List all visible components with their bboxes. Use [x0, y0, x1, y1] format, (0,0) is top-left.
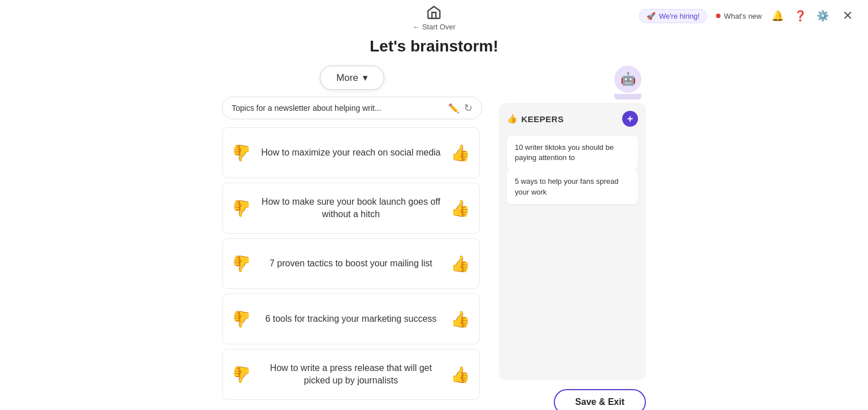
keeper-item: 10 writer tiktoks you should be paying a…	[507, 136, 638, 170]
thumbs-up-button[interactable]: 👍	[448, 363, 472, 386]
thumbs-up-button[interactable]: 👍	[448, 197, 472, 220]
card-item: 👎 How to maximize your reach on social m…	[222, 127, 480, 178]
refresh-icon[interactable]: ↻	[464, 102, 472, 114]
home-icon[interactable]	[426, 5, 442, 20]
start-over-label: Start Over	[422, 23, 455, 31]
add-keeper-button[interactable]: +	[622, 111, 638, 127]
top-nav: ← Start Over 🚀 We're hiring! What's new …	[0, 0, 868, 32]
card-text: How to make sure your book launch goes o…	[259, 196, 442, 221]
settings-icon[interactable]: ⚙️	[816, 9, 830, 23]
chevron-down-icon: ▾	[363, 72, 368, 84]
save-exit-button[interactable]: Save & Exit	[554, 389, 646, 410]
hiring-badge[interactable]: 🚀 We're hiring!	[639, 9, 707, 23]
page-title: Let's brainstorm!	[370, 37, 498, 55]
bell-icon[interactable]: 🔔	[771, 9, 784, 23]
hiring-label: We're hiring!	[659, 12, 700, 20]
thumbs-up-button[interactable]: 👍	[448, 308, 472, 331]
thumbs-down-button[interactable]: 👎	[229, 308, 254, 331]
thumbs-down-button[interactable]: 👎	[229, 252, 254, 275]
thumbs-down-button[interactable]: 👎	[229, 197, 254, 220]
whats-new-badge[interactable]: What's new	[716, 12, 762, 20]
card-item: 👎 How to make sure your book launch goes…	[222, 183, 480, 234]
help-icon[interactable]: ❓	[793, 9, 807, 23]
avatar-face: 🤖	[614, 66, 641, 93]
whats-new-label: What's new	[724, 12, 762, 20]
card-text: How to maximize your reach on social med…	[259, 146, 442, 159]
avatar-cluster: 🤖	[614, 66, 641, 100]
close-button[interactable]: ✕	[839, 7, 857, 25]
keeper-items: 10 writer tiktoks you should be paying a…	[507, 136, 638, 204]
thumbs-down-button[interactable]: 👎	[229, 363, 254, 386]
main-content: Let's brainstorm! More ▾ ✏️ ↻ 👎 How to	[0, 32, 868, 410]
cards-list: 👎 How to maximize your reach on social m…	[222, 127, 482, 404]
thumbs-up-button[interactable]: 👍	[448, 252, 472, 275]
keepers-header: 👍 KEEPERS +	[507, 111, 638, 127]
search-bar: ✏️ ↻	[222, 97, 482, 119]
card-text: How to write a press release that will g…	[259, 362, 442, 387]
brainstorm-column: More ▾ ✏️ ↻ 👎 How to maximize your reach…	[222, 66, 482, 404]
card-text: 6 tools for tracking your marketing succ…	[259, 313, 442, 325]
nav-right: 🚀 We're hiring! What's new 🔔 ❓ ⚙️ ✕	[639, 7, 857, 25]
keeper-item: 5 ways to help your fans spread your wor…	[507, 170, 638, 204]
card-item: 👎 6 tools for tracking your marketing su…	[222, 294, 480, 344]
more-button[interactable]: More ▾	[320, 66, 384, 90]
search-input[interactable]	[232, 103, 444, 113]
card-item: 👎 How to write a press release that will…	[222, 349, 480, 400]
card-item: 👎 7 proven tactics to boost your mailing…	[222, 238, 480, 289]
avatar-bar	[614, 94, 641, 100]
rocket-icon: 🚀	[646, 12, 656, 20]
notification-dot	[716, 14, 721, 18]
keepers-panel: 👍 KEEPERS + 10 writer tiktoks you should…	[499, 103, 646, 380]
save-exit-wrap: Save & Exit	[554, 389, 646, 410]
home-nav: ← Start Over	[413, 5, 455, 31]
start-over-link[interactable]: ← Start Over	[413, 23, 455, 31]
keepers-label: KEEPERS	[522, 114, 564, 124]
thumbs-down-button[interactable]: 👎	[229, 141, 254, 165]
edit-icon[interactable]: ✏️	[448, 103, 459, 114]
keepers-title: 👍 KEEPERS	[507, 114, 564, 124]
back-arrow-icon: ←	[413, 23, 420, 31]
thumbs-up-icon: 👍	[507, 114, 518, 124]
thumbs-up-button[interactable]: 👍	[448, 141, 472, 165]
more-label: More	[336, 72, 358, 84]
card-text: 7 proven tactics to boost your mailing l…	[259, 257, 442, 270]
center-column: More ▾ ✏️ ↻ 👎 How to maximize your reach…	[95, 66, 773, 410]
